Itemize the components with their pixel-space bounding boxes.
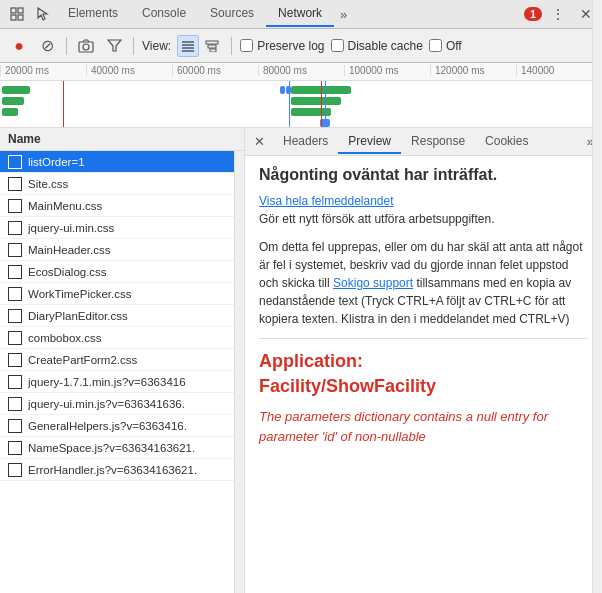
timeline-vline-blue <box>289 81 290 128</box>
tab-console[interactable]: Console <box>130 1 198 27</box>
tick-2: 40000 ms <box>86 65 172 76</box>
view-label: View: <box>142 39 171 53</box>
tab-elements[interactable]: Elements <box>56 1 130 27</box>
camera-button[interactable] <box>75 35 97 57</box>
file-item-13[interactable]: NameSpace.js?v=63634163621. <box>0 437 234 459</box>
svg-rect-1 <box>18 8 23 13</box>
tab-sources[interactable]: Sources <box>198 1 266 27</box>
timeline-bar <box>2 108 18 116</box>
detail-tab-cookies[interactable]: Cookies <box>475 130 538 154</box>
timeline-ruler: 20000 ms 40000 ms 60000 ms 80000 ms 1000… <box>0 63 602 81</box>
tick-5: 100000 ms <box>344 65 430 76</box>
file-item-3[interactable]: jquery-ui.min.css <box>0 217 234 239</box>
file-item-14[interactable]: ErrorHandler.js?v=63634163621. <box>0 459 234 481</box>
svg-rect-3 <box>18 15 23 20</box>
tick-3: 60000 ms <box>172 65 258 76</box>
file-name-8: combobox.css <box>28 332 102 344</box>
app-section: Application: Facility/ShowFacility <box>259 349 588 399</box>
preserve-log-checkbox[interactable] <box>240 39 253 52</box>
record-button[interactable]: ● <box>8 35 30 57</box>
file-item-0[interactable]: listOrder=1 <box>0 151 234 173</box>
file-item-7[interactable]: DiaryPlanEditor.css <box>0 305 234 327</box>
file-name-9: CreatePartForm2.css <box>28 354 137 366</box>
detail-tab-headers[interactable]: Headers <box>273 130 338 154</box>
file-name-4: MainHeader.css <box>28 244 110 256</box>
file-icon-0 <box>8 155 22 169</box>
file-item-4[interactable]: MainHeader.css <box>0 239 234 261</box>
support-link[interactable]: Sokigo support <box>333 276 413 290</box>
error-badge: 1 <box>524 7 542 21</box>
cursor-icon-btn[interactable] <box>30 1 56 27</box>
file-item-6[interactable]: WorkTimePicker.css <box>0 283 234 305</box>
timeline-vline-red <box>63 81 64 128</box>
file-icon-6 <box>8 287 22 301</box>
file-name-6: WorkTimePicker.css <box>28 288 132 300</box>
detail-close-button[interactable]: ✕ <box>249 132 269 152</box>
file-list-scrollbar[interactable] <box>234 151 244 593</box>
timeline-bar <box>291 97 341 105</box>
file-name-13: NameSpace.js?v=63634163621. <box>28 442 195 454</box>
disable-cache-checkbox[interactable] <box>331 39 344 52</box>
timeline-vline-red2 <box>321 81 322 128</box>
detail-tab-bar: ✕ Headers Preview Response Cookies » <box>245 128 602 156</box>
svg-rect-14 <box>210 49 216 52</box>
timeline-bar <box>280 86 285 94</box>
svg-marker-7 <box>108 40 121 51</box>
view-error-link[interactable]: Visa hela felmeddelandet <box>259 194 588 208</box>
filter-button[interactable] <box>103 35 125 57</box>
file-name-2: MainMenu.css <box>28 200 102 212</box>
file-name-11: jquery-ui.min.js?v=636341636. <box>28 398 185 410</box>
detail-content: Någonting oväntat har inträffat. Visa he… <box>245 156 602 593</box>
view-error-desc: Gör ett nytt försök att utföra arbetsupp… <box>259 210 588 228</box>
file-icon-10 <box>8 375 22 389</box>
section-divider <box>259 338 588 339</box>
disable-cache-label[interactable]: Disable cache <box>331 39 423 53</box>
app-title: Application: Facility/ShowFacility <box>259 349 588 399</box>
file-name-0: listOrder=1 <box>28 156 85 168</box>
file-icon-3 <box>8 221 22 235</box>
tick-4: 80000 ms <box>258 65 344 76</box>
tab-more-icon[interactable]: » <box>334 5 353 24</box>
stop-button[interactable]: ⊘ <box>36 35 58 57</box>
view-list-button[interactable] <box>177 35 199 57</box>
preserve-log-label[interactable]: Preserve log <box>240 39 324 53</box>
file-item-10[interactable]: jquery-1.7.1.min.js?v=6363416 <box>0 371 234 393</box>
file-icon-13 <box>8 441 22 455</box>
tab-network[interactable]: Network <box>266 1 334 27</box>
timeline: 20000 ms 40000 ms 60000 ms 80000 ms 1000… <box>0 63 602 128</box>
svg-rect-13 <box>208 45 216 48</box>
file-item-1[interactable]: Site.css <box>0 173 234 195</box>
toolbar-divider-2 <box>133 37 134 55</box>
file-icon-11 <box>8 397 22 411</box>
svg-rect-12 <box>206 41 218 44</box>
timeline-vline-blue2 <box>325 81 326 128</box>
timeline-bars <box>0 81 602 128</box>
file-item-2[interactable]: MainMenu.css <box>0 195 234 217</box>
file-icon-12 <box>8 419 22 433</box>
error-title: Någonting oväntat har inträffat. <box>259 166 588 184</box>
file-item-5[interactable]: EcosDialog.css <box>0 261 234 283</box>
file-name-3: jquery-ui.min.css <box>28 222 114 234</box>
view-waterfall-button[interactable] <box>201 35 223 57</box>
file-item-8[interactable]: combobox.css <box>0 327 234 349</box>
tick-1: 20000 ms <box>0 65 86 76</box>
detail-tab-preview[interactable]: Preview <box>338 130 401 154</box>
file-list: listOrder=1 Site.css MainMenu.css jquery… <box>0 151 234 593</box>
offline-label[interactable]: Off <box>429 39 462 53</box>
detail-content-scrollbar[interactable] <box>592 156 602 593</box>
file-item-9[interactable]: CreatePartForm2.css <box>0 349 234 371</box>
toolbar-divider-3 <box>231 37 232 55</box>
timeline-bar <box>2 97 24 105</box>
file-item-11[interactable]: jquery-ui.min.js?v=636341636. <box>0 393 234 415</box>
error-body-1: Om detta fel upprepas, eller om du har s… <box>259 238 588 328</box>
detail-tab-response[interactable]: Response <box>401 130 475 154</box>
offline-checkbox[interactable] <box>429 39 442 52</box>
toolbar-divider-1 <box>66 37 67 55</box>
more-options-icon[interactable]: ⋮ <box>546 2 570 26</box>
file-item-12[interactable]: GeneralHelpers.js?v=6363416. <box>0 415 234 437</box>
file-name-12: GeneralHelpers.js?v=6363416. <box>28 420 187 432</box>
file-icon-9 <box>8 353 22 367</box>
left-pane: Name listOrder=1 Site.css MainMenu.css j… <box>0 128 245 593</box>
devtools-icon-btn[interactable] <box>4 1 30 27</box>
file-name-5: EcosDialog.css <box>28 266 107 278</box>
